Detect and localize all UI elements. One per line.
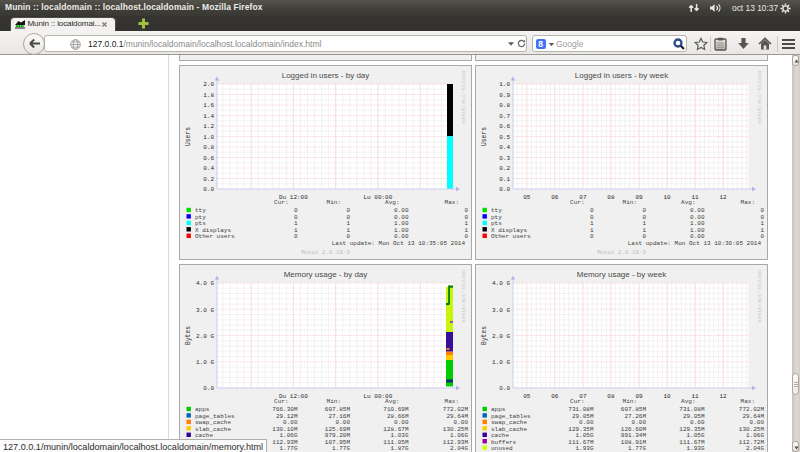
svg-text:3.0 G: 3.0 G [196,307,214,314]
svg-text:Users: Users [481,127,488,146]
svg-text:10: 10 [663,393,671,400]
svg-text:12: 12 [719,393,727,400]
svg-text:05: 05 [523,393,531,400]
svg-text:Bytes: Bytes [481,326,488,345]
svg-text:0.2: 0.2 [499,165,510,172]
svg-text:2.0 G: 2.0 G [196,333,214,340]
svg-text:Bytes: Bytes [185,326,192,345]
svg-text:0.3: 0.3 [499,155,510,162]
svg-text:2.0: 2.0 [203,81,214,88]
svg-text:1.93G: 1.93G [575,445,593,452]
svg-text:1.2: 1.2 [203,123,214,130]
svg-text:1.0: 1.0 [499,81,510,88]
svg-text:0: 0 [294,233,298,240]
svg-text:0.0: 0.0 [499,186,510,193]
svg-text:3.0 G: 3.0 G [492,307,510,314]
svg-text:Avg:: Avg: [385,199,399,206]
svg-text:06: 06 [551,194,559,201]
svg-text:Last update: Mon Oct 13 10:30:: Last update: Mon Oct 13 10:30:05 2014 [628,240,762,247]
svg-text:1.0 G: 1.0 G [196,359,214,366]
svg-text:0.6: 0.6 [499,123,510,130]
svg-text:0.8: 0.8 [499,102,510,109]
svg-text:Memory usage - by week: Memory usage - by week [577,270,667,279]
svg-text:Min:: Min: [327,199,341,206]
svg-text:0.7: 0.7 [499,113,510,120]
svg-text:Max:: Max: [741,199,755,206]
svg-text:Avg:: Avg: [681,398,695,405]
svg-text:0.2: 0.2 [203,176,214,183]
svg-text:Munin 2.0.19-3: Munin 2.0.19-3 [301,249,350,256]
svg-text:Other users: Other users [491,233,531,240]
svg-text:0.0: 0.0 [203,385,214,392]
svg-text:1.4: 1.4 [203,113,214,120]
svg-text:0.0: 0.0 [499,385,510,392]
svg-text:1.0 G: 1.0 G [492,359,510,366]
svg-text:Min:: Min: [623,398,637,405]
svg-text:4.0 G: 4.0 G [196,280,214,287]
svg-text:Cur:: Cur: [274,398,288,405]
svg-text:Avg:: Avg: [385,398,399,405]
svg-text:Min:: Min: [327,398,341,405]
svg-text:Munin 2.0.19-3: Munin 2.0.19-3 [597,249,646,256]
svg-text:0.0: 0.0 [203,186,214,193]
svg-text:RRDTOOL / TOBI OETIKER: RRDTOOL / TOBI OETIKER [757,71,762,124]
svg-text:Cur:: Cur: [570,199,584,206]
svg-text:RRDTOOL / TOBI OETIKER: RRDTOOL / TOBI OETIKER [461,270,466,323]
svg-text:0.4: 0.4 [499,144,510,151]
svg-text:Cur:: Cur: [570,398,584,405]
svg-text:10: 10 [663,194,671,201]
svg-text:0: 0 [590,233,594,240]
svg-text:06: 06 [551,393,559,400]
svg-text:unused: unused [491,445,513,452]
svg-text:1.6: 1.6 [203,102,214,109]
svg-text:RRDTOOL / TOBI OETIKER: RRDTOOL / TOBI OETIKER [757,270,762,323]
svg-text:08: 08 [607,393,615,400]
svg-text:05: 05 [523,194,531,201]
svg-text:Logged in users - by day: Logged in users - by day [282,71,370,80]
svg-text:0.1: 0.1 [499,176,510,183]
svg-text:Last update: Mon Oct 13 10:35:: Last update: Mon Oct 13 10:35:05 2014 [332,240,466,247]
svg-text:1.0: 1.0 [203,134,214,141]
svg-text:12: 12 [719,194,727,201]
svg-text:0.9: 0.9 [499,92,510,99]
svg-text:0.5: 0.5 [499,134,510,141]
svg-text:1.8: 1.8 [203,92,214,99]
svg-text:Max:: Max: [741,398,755,405]
svg-text:Max:: Max: [445,199,459,206]
svg-text:08: 08 [607,194,615,201]
svg-text:Logged in users - by week: Logged in users - by week [575,71,669,80]
svg-text:0.8: 0.8 [203,144,214,151]
svg-text:2.0 G: 2.0 G [492,333,510,340]
svg-text:0.4: 0.4 [203,165,214,172]
svg-text:Other users: Other users [195,233,235,240]
svg-text:Users: Users [185,127,192,146]
svg-text:Min:: Min: [623,199,637,206]
svg-text:Avg:: Avg: [681,199,695,206]
svg-text:Cur:: Cur: [274,199,288,206]
svg-text:4.0 G: 4.0 G [492,280,510,287]
svg-text:1.77G: 1.77G [279,445,297,452]
svg-text:0.6: 0.6 [203,155,214,162]
svg-text:Memory usage - by day: Memory usage - by day [284,270,368,279]
svg-text:Max:: Max: [445,398,459,405]
svg-text:RRDTOOL / TOBI OETIKER: RRDTOOL / TOBI OETIKER [461,71,466,124]
